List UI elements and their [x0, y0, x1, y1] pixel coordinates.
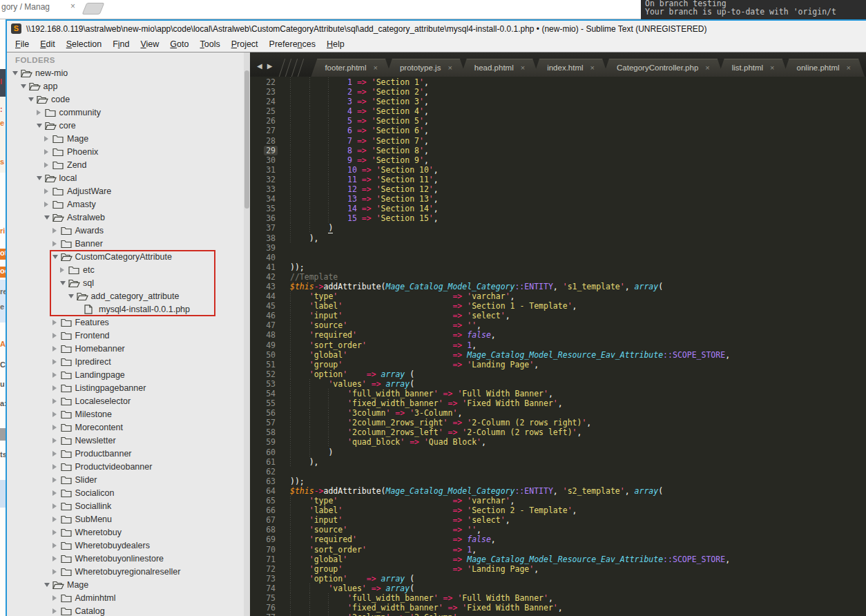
menu-item-tools[interactable]: Tools [194, 38, 225, 50]
chevron-right-icon[interactable] [52, 490, 61, 496]
chevron-right-icon[interactable] [60, 267, 68, 273]
menu-item-view[interactable]: View [135, 38, 164, 50]
menu-item-project[interactable]: Project [226, 38, 264, 50]
title-bar[interactable]: S \\192.168.0.119\astralweb\new-mio\app\… [7, 21, 866, 37]
chevron-right-icon[interactable] [52, 346, 61, 352]
tab-scroll-right-icon[interactable]: ▶ [267, 62, 273, 70]
tree-item-Phoenix[interactable]: Phoenix [7, 145, 250, 158]
menu-item-help[interactable]: Help [321, 38, 350, 50]
tab-scroll-left-icon[interactable]: ◀ [257, 62, 262, 70]
chevron-right-icon[interactable] [44, 149, 52, 155]
tree-item-code[interactable]: code [7, 93, 250, 106]
chevron-right-icon[interactable] [37, 110, 45, 115]
tab-close-icon[interactable]: × [590, 64, 595, 72]
chevron-right-icon[interactable] [52, 556, 61, 561]
tree-item-Astralweb[interactable]: Astralweb [7, 211, 250, 224]
tree-item-Sociallink[interactable]: Sociallink [7, 499, 250, 512]
tree-item-Catalog[interactable]: Catalog [7, 604, 250, 616]
tree-item-Newsletter[interactable]: Newsletter [7, 434, 250, 447]
tree-item-AdjustWare[interactable]: AdjustWare [7, 184, 250, 198]
tab-index.html[interactable]: index.html× [533, 59, 608, 77]
tree-item-CustomCategoryAttribute[interactable]: CustomCategoryAttribute [7, 250, 250, 263]
background-terminal-window[interactable]: On branch testing Your branch is up-to-d… [641, 0, 866, 19]
chevron-right-icon[interactable] [44, 189, 52, 194]
tree-item-community[interactable]: community [7, 106, 250, 119]
sidebar-scrollbar-thumb[interactable] [244, 70, 249, 209]
chevron-right-icon[interactable] [52, 425, 61, 430]
tree-item-Awards[interactable]: Awards [7, 224, 250, 237]
tree-item-Ipredirect[interactable]: Ipredirect [7, 355, 250, 368]
chevron-down-icon[interactable] [68, 294, 77, 298]
chevron-down-icon[interactable] [44, 215, 52, 220]
background-browser-window[interactable]: gory / Manag × [0, 0, 641, 19]
tree-item-Localeselector[interactable]: Localeselector [7, 394, 250, 407]
chevron-down-icon[interactable] [52, 255, 61, 259]
sidebar[interactable]: FOLDERS new-mioappcodecommunitycoreMageP… [7, 52, 250, 616]
tree-item-sql[interactable]: sql [7, 276, 250, 289]
browser-tab-close-icon[interactable]: × [70, 1, 75, 11]
menu-item-file[interactable]: File [10, 38, 35, 50]
chevron-right-icon[interactable] [52, 438, 61, 443]
chevron-right-icon[interactable] [52, 464, 61, 470]
tab-list.phtml[interactable]: list.phtml× [718, 59, 789, 77]
tree-item-Listingpagebanner[interactable]: Listingpagebanner [7, 381, 250, 394]
chevron-right-icon[interactable] [52, 451, 61, 456]
tree-item-Adminhtml[interactable]: Adminhtml [7, 591, 250, 604]
tree-item-Wheretobuydealers[interactable]: Wheretobuydealers [7, 539, 250, 552]
tab-head.phtml[interactable]: head.phtml× [461, 59, 539, 77]
tab-prototype.js[interactable]: prototype.js× [386, 59, 466, 77]
tab-CategoryController.php[interactable]: CategoryController.php× [603, 59, 724, 77]
tree-item-Morecontent[interactable]: Morecontent [7, 421, 250, 434]
tree-item-Wheretobuy[interactable]: Wheretobuy [7, 526, 250, 539]
tree-item-core[interactable]: core [7, 119, 250, 132]
tree-item-local[interactable]: local [7, 171, 250, 184]
menu-item-selection[interactable]: Selection [61, 38, 107, 50]
chevron-right-icon[interactable] [44, 202, 52, 207]
tree-item-mysql4-install-0.0.1.php[interactable]: mysql4-install-0.0.1.php [7, 302, 250, 316]
chevron-right-icon[interactable] [52, 359, 61, 365]
chevron-down-icon[interactable] [37, 124, 45, 128]
tree-item-new-mio[interactable]: new-mio [7, 66, 250, 79]
tree-item-Amasty[interactable]: Amasty [7, 198, 250, 211]
chevron-right-icon[interactable] [52, 372, 61, 378]
menu-item-goto[interactable]: Goto [164, 38, 194, 50]
tree-item-Wheretobuyonlinestore[interactable]: Wheretobuyonlinestore [7, 552, 250, 565]
chevron-right-icon[interactable] [52, 333, 61, 338]
new-tab-button[interactable] [82, 3, 105, 15]
tree-item-Socialicon[interactable]: Socialicon [7, 486, 250, 499]
chevron-right-icon[interactable] [52, 569, 61, 575]
chevron-right-icon[interactable] [52, 503, 61, 509]
tab-close-icon[interactable]: × [770, 64, 774, 72]
tab-close-icon[interactable]: × [374, 64, 378, 72]
tree-item-SubMenu[interactable]: SubMenu [7, 512, 250, 526]
tab-online.phtml[interactable]: online.phtml× [783, 59, 865, 77]
tree-item-Features[interactable]: Features [7, 316, 250, 329]
chevron-right-icon[interactable] [52, 517, 61, 522]
menu-item-find[interactable]: Find [107, 38, 135, 50]
chevron-down-icon[interactable] [37, 176, 45, 180]
chevron-right-icon[interactable] [52, 608, 61, 614]
menu-item-edit[interactable]: Edit [35, 38, 61, 50]
chevron-right-icon[interactable] [52, 241, 61, 247]
chevron-right-icon[interactable] [52, 477, 61, 483]
chevron-down-icon[interactable] [44, 583, 52, 587]
chevron-down-icon[interactable] [60, 281, 68, 285]
tab-close-icon[interactable]: × [705, 64, 709, 72]
chevron-right-icon[interactable] [52, 530, 61, 535]
chevron-down-icon[interactable] [12, 71, 21, 75]
tree-item-Wheretobuyregionalreseller[interactable]: Wheretobuyregionalreseller [7, 565, 250, 578]
sidebar-scrollbar[interactable] [244, 52, 250, 616]
tab-close-icon[interactable]: × [521, 64, 525, 72]
tree-item-Slider[interactable]: Slider [7, 473, 250, 486]
tree-item-etc[interactable]: etc [7, 263, 250, 276]
chevron-right-icon[interactable] [52, 543, 61, 548]
chevron-right-icon[interactable] [52, 412, 61, 417]
tree-item-Mage[interactable]: Mage [7, 132, 250, 145]
tree-item-Zend[interactable]: Zend [7, 158, 250, 171]
tree-item-app[interactable]: app [7, 79, 250, 93]
menu-item-preferences[interactable]: Preferences [264, 38, 321, 50]
chevron-right-icon[interactable] [52, 228, 61, 233]
chevron-down-icon[interactable] [28, 97, 37, 102]
code-area[interactable]: 221 => 'Section 1',232 => 'Section 2',24… [250, 77, 866, 616]
chevron-right-icon[interactable] [52, 398, 61, 404]
